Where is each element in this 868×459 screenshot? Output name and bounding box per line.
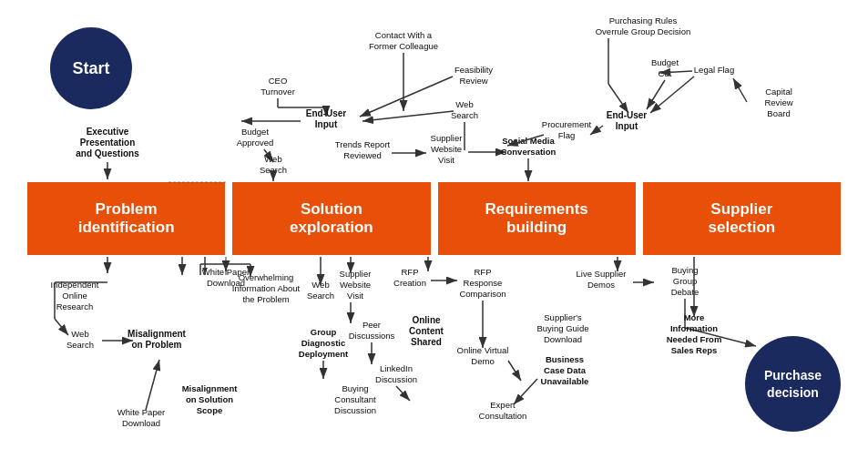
svg-line-25 bbox=[360, 76, 453, 117]
svg-text:Supplier's: Supplier's bbox=[544, 312, 582, 322]
svg-text:Trends Report: Trends Report bbox=[335, 139, 391, 149]
diagram-container: Start Problemidentification Solutionexpl… bbox=[0, 0, 868, 459]
svg-text:Download: Download bbox=[122, 418, 160, 428]
svg-text:Live Supplier: Live Supplier bbox=[577, 269, 627, 279]
svg-text:End-User: End-User bbox=[607, 110, 648, 120]
svg-text:Shared: Shared bbox=[411, 337, 442, 347]
svg-text:Deployment: Deployment bbox=[299, 349, 349, 359]
svg-text:Group: Group bbox=[673, 276, 697, 286]
svg-text:Review: Review bbox=[459, 76, 487, 86]
svg-text:Legal Flag: Legal Flag bbox=[694, 65, 734, 75]
svg-text:White Paper: White Paper bbox=[117, 407, 165, 417]
svg-text:Website: Website bbox=[340, 280, 371, 290]
svg-text:Supplier: Supplier bbox=[340, 269, 372, 279]
svg-text:Comparison: Comparison bbox=[459, 289, 505, 299]
svg-text:Former Colleague: Former Colleague bbox=[369, 41, 438, 51]
svg-text:Case Data: Case Data bbox=[544, 365, 587, 375]
diagram-svg: Executive Presentation and Questions CEO… bbox=[0, 0, 868, 459]
svg-text:Feasibility: Feasibility bbox=[454, 65, 493, 75]
svg-text:End-User: End-User bbox=[306, 108, 347, 118]
svg-text:Online: Online bbox=[62, 291, 87, 301]
svg-text:Unavailable: Unavailable bbox=[541, 376, 589, 386]
svg-line-128 bbox=[514, 379, 537, 404]
svg-text:Independent: Independent bbox=[51, 280, 99, 290]
svg-text:Purchasing Rules: Purchasing Rules bbox=[609, 15, 678, 26]
svg-line-59 bbox=[733, 78, 747, 102]
svg-text:Procurement: Procurement bbox=[542, 119, 592, 129]
svg-text:Response: Response bbox=[464, 278, 503, 288]
svg-line-105 bbox=[396, 386, 410, 401]
svg-text:Discussions: Discussions bbox=[349, 331, 395, 341]
svg-text:Overrule Group Decision: Overrule Group Decision bbox=[596, 26, 691, 36]
svg-text:Information: Information bbox=[670, 323, 718, 333]
svg-text:Search: Search bbox=[66, 340, 94, 350]
svg-text:Conversation: Conversation bbox=[501, 147, 557, 157]
svg-text:Web: Web bbox=[264, 154, 281, 164]
svg-text:Group: Group bbox=[311, 327, 337, 337]
svg-text:Input: Input bbox=[315, 119, 338, 129]
svg-line-122 bbox=[508, 361, 521, 381]
svg-text:Sales Reps: Sales Reps bbox=[671, 345, 718, 355]
svg-text:Needed From: Needed From bbox=[667, 334, 722, 344]
svg-text:CEO: CEO bbox=[269, 76, 288, 86]
svg-text:Consultation: Consultation bbox=[479, 411, 527, 421]
svg-text:on Solution: on Solution bbox=[186, 394, 233, 404]
svg-text:Search: Search bbox=[260, 165, 287, 175]
svg-text:Approved: Approved bbox=[237, 138, 274, 148]
svg-text:and Questions: and Questions bbox=[76, 148, 139, 158]
svg-line-29 bbox=[363, 111, 454, 121]
svg-text:Creation: Creation bbox=[393, 278, 426, 288]
svg-text:Research: Research bbox=[56, 301, 94, 311]
svg-text:Flag: Flag bbox=[558, 130, 575, 140]
svg-text:Contact With a: Contact With a bbox=[375, 30, 433, 40]
svg-line-55 bbox=[650, 76, 694, 113]
svg-text:Discussion: Discussion bbox=[334, 405, 376, 415]
svg-text:Misalignment: Misalignment bbox=[128, 329, 187, 339]
svg-line-74 bbox=[146, 360, 159, 410]
svg-line-45 bbox=[590, 126, 603, 135]
svg-text:Visit: Visit bbox=[438, 155, 454, 165]
svg-text:Scope: Scope bbox=[197, 405, 223, 415]
svg-text:Demos: Demos bbox=[587, 280, 615, 290]
svg-text:Buying: Buying bbox=[342, 383, 368, 393]
svg-line-52 bbox=[647, 80, 665, 109]
svg-text:Review: Review bbox=[764, 97, 792, 107]
svg-text:Business: Business bbox=[546, 354, 584, 364]
svg-text:Buying Guide: Buying Guide bbox=[536, 323, 588, 333]
svg-text:RFP: RFP bbox=[475, 267, 492, 277]
svg-text:Download: Download bbox=[544, 334, 582, 344]
svg-text:Diagnostic: Diagnostic bbox=[301, 338, 346, 348]
svg-text:Demo: Demo bbox=[471, 356, 494, 366]
svg-text:Visit: Visit bbox=[347, 291, 363, 301]
svg-text:Online: Online bbox=[412, 315, 441, 325]
svg-text:LinkedIn: LinkedIn bbox=[380, 363, 413, 373]
svg-text:RFP: RFP bbox=[402, 267, 419, 277]
svg-text:Web: Web bbox=[71, 329, 88, 339]
svg-text:Board: Board bbox=[767, 108, 790, 118]
svg-line-49 bbox=[608, 84, 628, 113]
svg-text:Website: Website bbox=[431, 144, 462, 154]
svg-text:Capital: Capital bbox=[765, 87, 792, 97]
svg-text:Search: Search bbox=[451, 110, 478, 120]
svg-text:Executive: Executive bbox=[87, 127, 129, 137]
svg-text:Reviewed: Reviewed bbox=[343, 150, 382, 160]
svg-text:Information About: Information About bbox=[232, 283, 301, 293]
svg-text:Input: Input bbox=[616, 121, 638, 131]
svg-text:Peer: Peer bbox=[363, 320, 381, 330]
svg-text:Overwhelming: Overwhelming bbox=[239, 272, 294, 282]
svg-text:Content: Content bbox=[409, 326, 444, 336]
svg-text:Budget: Budget bbox=[241, 127, 269, 137]
svg-text:Presentation: Presentation bbox=[80, 138, 136, 148]
svg-text:Misalignment: Misalignment bbox=[182, 383, 239, 393]
svg-text:Expert: Expert bbox=[490, 400, 516, 410]
svg-text:Supplier: Supplier bbox=[431, 133, 463, 143]
svg-text:Discussion: Discussion bbox=[375, 374, 417, 384]
svg-text:Web: Web bbox=[455, 99, 473, 109]
svg-text:Budget: Budget bbox=[651, 57, 679, 67]
svg-text:the Problem: the Problem bbox=[242, 294, 289, 304]
svg-text:Consultant: Consultant bbox=[334, 394, 376, 404]
svg-text:on Problem: on Problem bbox=[131, 340, 181, 350]
svg-text:Turnover: Turnover bbox=[260, 87, 295, 97]
svg-text:Search: Search bbox=[307, 291, 334, 301]
svg-line-66 bbox=[55, 319, 68, 335]
